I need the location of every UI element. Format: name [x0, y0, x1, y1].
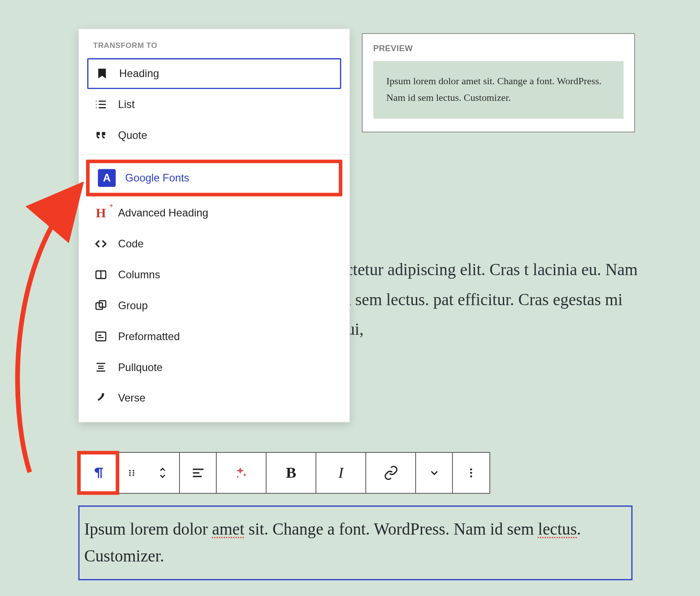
transform-item-label: Advanced Heading [118, 207, 208, 219]
advanced-heading-icon: H+ [93, 205, 108, 220]
para-frag: sit. Change a font. WordPress. Nam id se… [244, 520, 538, 538]
transform-item-preformatted[interactable]: Preformatted [79, 321, 350, 352]
svg-point-28 [470, 475, 472, 477]
transform-item-label: Verse [118, 392, 145, 405]
verse-icon [93, 390, 108, 406]
bookmark-icon [95, 66, 110, 81]
svg-point-20 [133, 474, 134, 476]
drag-icon [126, 467, 137, 478]
transform-item-google-fonts[interactable]: A Google Fonts [90, 163, 339, 193]
more-vertical-icon [465, 467, 477, 479]
preview-heading: PREVIEW [373, 43, 624, 53]
preview-inner: Ipsum lorem dolor amet sit. Change a fon… [373, 61, 624, 118]
transform-item-label: Code [118, 238, 143, 250]
bold-label: B [286, 464, 296, 482]
columns-icon [93, 267, 108, 282]
options-button[interactable] [453, 453, 489, 493]
google-fonts-badge-icon: A [98, 169, 116, 187]
move-updown[interactable] [145, 453, 180, 493]
svg-point-27 [470, 472, 472, 474]
transform-item-verse[interactable]: Verse [79, 383, 350, 414]
chevrons-vertical-icon [157, 465, 168, 480]
svg-point-26 [470, 468, 472, 470]
align-button[interactable] [180, 453, 216, 493]
list-icon [93, 97, 108, 112]
transform-item-columns[interactable]: Columns [79, 259, 350, 290]
transform-item-label: Group [118, 299, 147, 312]
svg-point-22 [133, 472, 134, 474]
transform-item-advanced-heading[interactable]: H+ Advanced Heading [79, 198, 350, 229]
group-icon [93, 298, 108, 313]
drag-handle[interactable] [118, 453, 145, 493]
pullquote-icon [93, 359, 108, 375]
paragraph-block[interactable]: Ipsum lorem dolor amet sit. Change a fon… [78, 505, 633, 580]
spellcheck-word: lectus [538, 520, 577, 538]
preview-panel: PREVIEW Ipsum lorem dolor amet sit. Chan… [362, 33, 635, 132]
block-toolbar: B I [78, 452, 490, 494]
transform-item-list[interactable]: List [79, 89, 350, 120]
transform-item-pullquote[interactable]: Pullquote [79, 352, 350, 383]
svg-rect-10 [96, 332, 106, 341]
transform-item-label: Heading [119, 67, 159, 80]
svg-point-17 [129, 470, 131, 471]
annotation-highlight-google-fonts: A Google Fonts [86, 160, 342, 196]
transform-item-label: Quote [118, 129, 147, 142]
ai-sparkles-button[interactable] [216, 453, 266, 493]
bold-button[interactable]: B [266, 453, 316, 493]
chevron-down-icon [428, 467, 440, 479]
transform-section-2: A Google Fonts H+ Advanced Heading Code … [79, 154, 350, 414]
transform-item-code[interactable]: Code [79, 229, 350, 259]
align-left-icon [191, 466, 205, 480]
transform-heading: TRANSFORM TO [79, 41, 350, 58]
preview-text: Ipsum lorem dolor amet sit. Change a fon… [386, 73, 610, 107]
sparkles-icon [233, 465, 249, 480]
preformatted-icon [93, 328, 108, 344]
svg-point-21 [129, 472, 131, 474]
transform-item-label: Columns [118, 268, 160, 281]
transform-item-label: List [118, 98, 134, 111]
transform-item-quote[interactable]: Quote [79, 120, 350, 151]
paragraph-text[interactable]: Ipsum lorem dolor amet sit. Change a fon… [84, 516, 627, 570]
transform-section-1: Heading List Quote [79, 58, 350, 151]
code-icon [93, 236, 108, 251]
link-button[interactable] [366, 453, 416, 493]
svg-point-18 [133, 470, 134, 471]
transform-dropdown: TRANSFORM TO Heading List Quote [78, 29, 350, 423]
paragraph-block-button[interactable] [79, 453, 118, 493]
para-frag: Ipsum lorem dolor [84, 520, 212, 538]
paragraph-icon [91, 465, 106, 480]
transform-item-label: Google Fonts [125, 172, 189, 184]
quote-icon [93, 128, 108, 143]
link-icon [383, 465, 398, 480]
italic-label: I [338, 464, 343, 482]
transform-item-label: Pullquote [118, 361, 162, 374]
more-text-button[interactable] [416, 453, 453, 493]
transform-item-group[interactable]: Group [79, 290, 350, 321]
spellcheck-word: amet [212, 520, 244, 538]
transform-item-heading[interactable]: Heading [87, 58, 341, 89]
italic-button[interactable]: I [316, 453, 366, 493]
transform-item-label: Preformatted [118, 330, 180, 343]
svg-point-19 [129, 474, 131, 476]
